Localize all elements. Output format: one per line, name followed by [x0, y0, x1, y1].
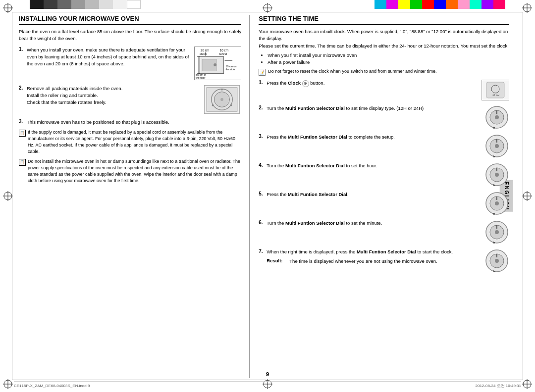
clock-button-image: ساعة — [482, 80, 509, 100]
right-step3: 3. Press the Multi Funtion Selector Dial… — [259, 134, 509, 158]
bullet-list: When you first install your microwave ov… — [268, 52, 509, 66]
right-step1-text: Press the Clock ⊙ button. — [267, 80, 324, 87]
svg-text:h: h — [493, 212, 495, 215]
left-step1: 1. When you install your oven, make sure… — [19, 47, 241, 81]
step1-number: 1. — [19, 47, 25, 68]
svg-point-47 — [230, 104, 232, 106]
footer-left: CE115P-X_ZAM_DE68-04003S_EN.indd 9 — [14, 384, 90, 388]
svg-text:behind: behind — [219, 52, 227, 55]
right-step7-num: 7. — [259, 248, 265, 255]
left-step2: 2. Remove all packing materials inside t… — [19, 85, 241, 115]
svg-text:the floor: the floor — [196, 76, 206, 79]
right-section-title: SETTING THE TIME — [259, 15, 509, 25]
svg-text:20 cm: 20 cm — [201, 48, 209, 51]
turntable-diagram — [204, 85, 241, 115]
svg-text:ساعة: ساعة — [492, 93, 499, 96]
step3-text: This microwave oven has to be positioned… — [27, 119, 169, 126]
left-section-title: INSTALLING YOUR MICROWAVE OVEN — [19, 15, 241, 25]
right-step6-text: Turn the Multi Funtion Selector Dial to … — [267, 220, 382, 227]
right-step5: 5. Press the Multi Funtion Selector Dial… — [259, 191, 509, 216]
svg-point-78 — [495, 259, 499, 263]
svg-point-68 — [495, 201, 499, 205]
right-step3-text: Press the Multi Funtion Selector Dial to… — [267, 134, 395, 141]
right-step6-num: 6. — [259, 220, 265, 227]
svg-point-63 — [495, 173, 499, 177]
svg-point-46 — [212, 104, 214, 106]
svg-point-45 — [221, 88, 223, 90]
dial-image-6: h — [484, 220, 509, 245]
left-intro: Place the oven on a flat level surface 8… — [19, 28, 241, 43]
right-step3-num: 3. — [259, 134, 265, 141]
step3-number: 3. — [19, 119, 25, 126]
right-step1: 1. Press the Clock ⊙ button. ساعة — [259, 80, 509, 100]
right-step1-num: 1. — [259, 80, 265, 87]
warning2-text: Do not install the microwave oven in hot… — [28, 158, 241, 184]
bullet2: After a power failure — [268, 59, 509, 66]
svg-point-58 — [495, 144, 499, 148]
right-step7: 7. When the right time is displayed, pre… — [259, 248, 509, 273]
note-icon: 📝 — [259, 69, 266, 76]
left-column: INSTALLING YOUR MICROWAVE OVEN Place the… — [19, 15, 249, 378]
right-step2: 2. Turn the Multi Funtion Selector Dial … — [259, 105, 509, 130]
clock-note: 📝 Do not forget to reset the clock when … — [259, 68, 509, 76]
step2-text: Remove all packing materials inside the … — [27, 85, 122, 106]
note-text: Do not forget to reset the clock when yo… — [268, 68, 436, 75]
dial-image-3: h — [484, 134, 509, 158]
svg-text:h: h — [493, 241, 495, 244]
svg-point-73 — [495, 230, 499, 234]
bullet1: When you first install your microwave ov… — [268, 52, 509, 59]
step1-text: When you install your oven, make sure th… — [27, 47, 190, 68]
dial-image-5: h — [484, 191, 509, 216]
warning2: 📋 Do not install the microwave oven in h… — [19, 158, 241, 184]
result-text: The time is displayed whenever you are n… — [289, 258, 437, 265]
footer: CE115P-X_ZAM_DE68-04003S_EN.indd 9 2012-… — [14, 381, 521, 390]
right-step2-num: 2. — [259, 105, 265, 112]
svg-text:10 cm: 10 cm — [220, 48, 228, 51]
left-step3: 3. This microwave oven has to be positio… — [19, 119, 241, 126]
right-step5-text: Press the Multi Funtion Selector Dial. — [267, 191, 348, 198]
main-content: INSTALLING YOUR MICROWAVE OVEN Place the… — [19, 15, 509, 378]
right-step7-text: When the right time is displayed, press … — [267, 248, 453, 255]
right-column: SETTING THE TIME Your microwave oven has… — [250, 15, 509, 378]
warning1-icon: 📋 — [19, 130, 26, 137]
svg-text:h: h — [493, 126, 495, 129]
dial-image-4: h — [484, 162, 509, 187]
svg-text:h: h — [493, 155, 495, 158]
installation-diagram: 20 cm 10 cm above behind 85 cm of the fl… — [194, 47, 241, 81]
result-label: Result: — [267, 258, 286, 265]
warning1-text: If the supply cord is damaged, it must b… — [28, 129, 241, 155]
footer-right: 2012-08-24 오전 10:49:31 — [475, 383, 521, 389]
right-step2-text: Turn the Multi Funtion Selector Dial to … — [267, 105, 424, 112]
warning2-icon: 📋 — [19, 159, 26, 166]
step2-number: 2. — [19, 85, 25, 106]
svg-text:the side: the side — [226, 67, 235, 70]
warning1: 📋 If the supply cord is damaged, it must… — [19, 129, 241, 155]
right-step4-text: Turn the Multi Funtion Selector Dial to … — [267, 162, 377, 169]
svg-point-53 — [495, 115, 499, 119]
dial-image-7: h — [484, 248, 509, 273]
right-step4-num: 4. — [259, 162, 265, 169]
right-step6: 6. Turn the Multi Funtion Selector Dial … — [259, 220, 509, 245]
svg-text:h: h — [493, 184, 495, 187]
top-color-bars-left — [30, 0, 141, 9]
svg-text:above: above — [200, 52, 207, 55]
svg-point-44 — [220, 98, 223, 101]
result-row: Result: The time is displayed whenever y… — [267, 258, 482, 265]
svg-point-31 — [214, 63, 217, 66]
right-step5-num: 5. — [259, 191, 265, 198]
dial-image-2: h — [484, 105, 509, 130]
page-number: 9 — [266, 371, 269, 377]
right-intro: Your microwave oven has an inbuilt clock… — [259, 28, 509, 49]
right-step4: 4. Turn the Multi Funtion Selector Dial … — [259, 162, 509, 187]
top-color-bars-right — [374, 0, 505, 9]
svg-text:h: h — [493, 270, 495, 273]
